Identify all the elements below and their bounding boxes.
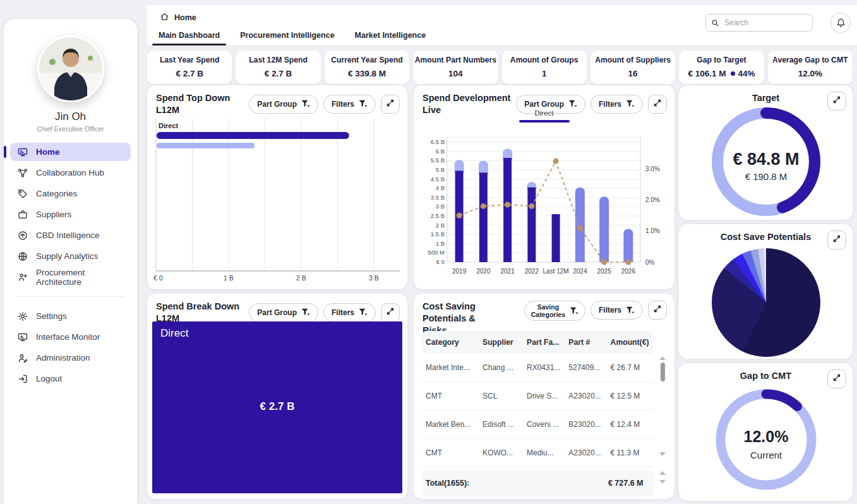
kpi-label: Amount of Groups	[503, 56, 585, 64]
breadcrumb[interactable]: Home	[160, 12, 196, 23]
svg-text:0%: 0%	[645, 259, 655, 266]
kpi-value: 104	[448, 69, 463, 78]
table-scrollbar[interactable]	[659, 356, 666, 456]
table-cell: € 11.3 M	[607, 448, 654, 457]
sidebar-item-home[interactable]: Home	[10, 143, 131, 161]
sidebar-item-label: Suppliers	[36, 210, 71, 219]
svg-text:12.0%: 12.0%	[743, 428, 788, 445]
table-cell: Chang ...	[479, 363, 523, 372]
svg-text:€ 0: € 0	[153, 274, 163, 282]
expand-button[interactable]	[381, 303, 400, 322]
funnel-icon	[568, 100, 577, 108]
sidebar-item-logout[interactable]: Logout	[10, 369, 131, 388]
svg-text:1 B: 1 B	[436, 240, 445, 247]
table-row[interactable]: CMTSCLDrive S...A23020...€ 12.5 M	[422, 382, 654, 411]
categories-icon	[18, 189, 28, 199]
tab-bar: Main DashboardProcurement IntelligenceMa…	[157, 27, 427, 45]
table-header-amount-: Amount(€)	[607, 338, 654, 347]
gap-to-cmt-donut-chart: 12.0%Current	[679, 383, 853, 496]
svg-text:Last 12M: Last 12M	[543, 268, 569, 275]
legend-underline	[519, 120, 570, 123]
sidebar-nav: HomeCollaboration HubCategoriesSuppliers…	[4, 143, 137, 286]
svg-text:2 B: 2 B	[436, 222, 445, 229]
home-breadcrumb-icon	[160, 12, 169, 23]
search-box[interactable]	[705, 14, 813, 32]
sidebar-item-suppliers[interactable]: Suppliers	[10, 205, 131, 224]
funnel-icon	[301, 100, 310, 108]
sidebar-item-categories[interactable]: Categories	[10, 184, 131, 203]
table-row[interactable]: Market Ben...Edisoft ...Covers ...B23020…	[422, 411, 654, 439]
sidebar-item-procurement-architecture[interactable]: Procurement Architecture	[10, 268, 131, 286]
svg-text:2.0%: 2.0%	[645, 196, 660, 203]
treemap-cell-direct[interactable]: Direct € 2.7 B	[152, 321, 402, 493]
sidebar: Jin Oh Chief Executive Officer HomeColla…	[4, 19, 137, 504]
sidebar-item-interface-monitor[interactable]: Interface Monitor	[10, 328, 131, 346]
table-cell: A23020...	[565, 392, 606, 400]
filters-button[interactable]: Filters	[323, 303, 376, 322]
cbd-intelligence-icon	[18, 231, 28, 241]
svg-text:2026: 2026	[621, 268, 636, 275]
svg-text:2025: 2025	[597, 268, 612, 275]
sidebar-item-cbd-intelligence[interactable]: CBD Intelligence	[10, 226, 131, 244]
settings-icon	[18, 311, 28, 321]
tab-procurement-intelligence[interactable]: Procurement Intelligence	[239, 27, 335, 45]
expand-button[interactable]	[381, 95, 400, 114]
expand-button[interactable]	[827, 231, 846, 249]
svg-text:2.5 B: 2.5 B	[431, 212, 445, 219]
supply-analytics-icon	[18, 251, 28, 261]
legend-direct[interactable]: Direct	[414, 109, 674, 123]
search-input[interactable]	[723, 18, 807, 28]
table-header-row: CategorySupplierPart Fa...Part #Amount(€…	[422, 331, 654, 354]
table-cell: CMT	[422, 392, 479, 400]
procurement-architecture-icon	[18, 272, 28, 282]
kpi-label: Amount Part Numbers	[414, 56, 496, 64]
saving-categories-label-1: Saving	[537, 303, 559, 311]
tab-market-intelligence[interactable]: Market Intelligence	[354, 27, 428, 45]
table-row[interactable]: Market Inte...Chang ...RX0431...527409..…	[422, 354, 654, 382]
sidebar-item-label: Administration	[36, 353, 90, 363]
cost-save-potentials-panel: Cost Save Potentials	[679, 224, 853, 359]
filters-button[interactable]: Filters	[590, 301, 643, 320]
svg-text:5 B: 5 B	[436, 166, 445, 173]
table-cell: € 12.4 M	[607, 420, 654, 429]
sidebar-item-settings[interactable]: Settings	[10, 307, 131, 325]
target-panel: Target € 84.8 M€ 190.8 M	[679, 85, 853, 220]
scroll-down-icon[interactable]	[659, 480, 666, 484]
sidebar-item-administration[interactable]: Administration	[10, 349, 131, 367]
table-cell: A23020...	[565, 448, 606, 457]
scroll-down-icon[interactable]	[659, 452, 666, 456]
svg-text:€ 84.8 M: € 84.8 M	[733, 150, 799, 169]
part-group-filter-button[interactable]: Part Group	[249, 303, 318, 322]
filters-button[interactable]: Filters	[323, 95, 376, 114]
part-group-filter-button[interactable]: Part Group	[249, 95, 318, 114]
spend-development-chart: € 0500 M1 B1.5 B2 B2.5 B3 B3.5 B4 B4.5 B…	[418, 126, 671, 285]
scroll-up-icon[interactable]	[659, 356, 666, 360]
total-row-scroll-arrows[interactable]	[659, 471, 666, 484]
saving-categories-label-2: Categories	[531, 311, 565, 318]
notifications-button[interactable]	[830, 13, 851, 33]
table-cell: SCL	[479, 392, 523, 400]
cost-save-pie-chart	[712, 248, 820, 357]
tab-main-dashboard[interactable]: Main Dashboard	[157, 27, 221, 45]
sidebar-item-label: Collaboration Hub	[36, 168, 104, 177]
sidebar-item-collaboration-hub[interactable]: Collaboration Hub	[10, 164, 131, 182]
expand-icon	[653, 304, 662, 316]
cost-saving-table: CategorySupplierPart Fa...Part #Amount(€…	[422, 331, 668, 493]
scrollbar-thumb[interactable]	[661, 363, 665, 381]
kpi-label: Current Year Spend	[326, 56, 408, 64]
sidebar-item-label: Interface Monitor	[36, 332, 100, 342]
spend-top-down-panel: Spend Top Down L12M Part Group Filters D…	[147, 85, 407, 289]
svg-text:3.0%: 3.0%	[645, 165, 660, 172]
svg-text:1.0%: 1.0%	[645, 227, 660, 234]
saving-categories-filter-button[interactable]: Saving Categories	[524, 301, 585, 321]
sidebar-item-supply-analytics[interactable]: Supply Analytics	[10, 247, 131, 265]
svg-text:2 B: 2 B	[296, 274, 306, 282]
scroll-up-icon[interactable]	[659, 471, 666, 475]
svg-text:1.5 B: 1.5 B	[431, 231, 445, 237]
expand-button[interactable]	[648, 301, 667, 320]
svg-text:Direct: Direct	[159, 122, 179, 129]
panel-title: Gap to CMT	[679, 363, 853, 381]
table-row[interactable]: CMTKOWO...Mediu...A23020...€ 11.3 M	[422, 439, 654, 467]
table-header-part-: Part #	[565, 338, 606, 347]
logout-icon	[18, 374, 28, 384]
